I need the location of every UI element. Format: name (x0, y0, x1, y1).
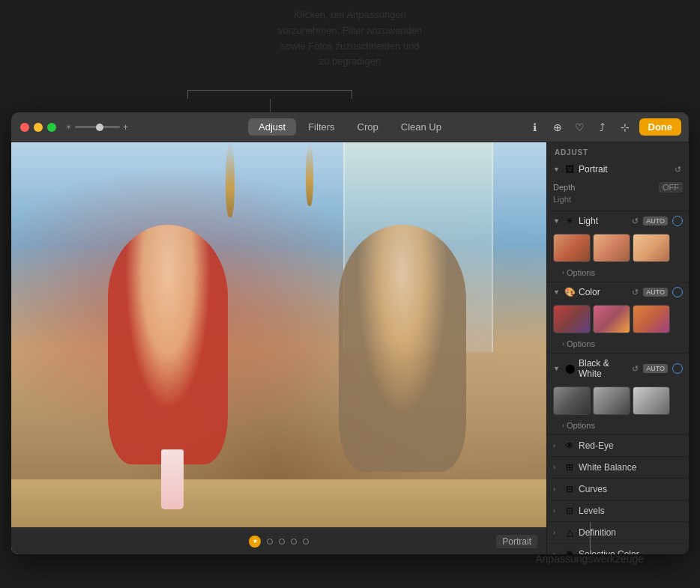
color-title: Color (579, 287, 629, 297)
color-thumb-2[interactable] (593, 305, 630, 333)
nav-dot-4[interactable] (291, 539, 297, 545)
portrait-title: Portrait (579, 164, 672, 175)
section-color-header[interactable]: ▼ 🎨 Color ↺ AUTO (547, 282, 689, 302)
row-whitebalance[interactable]: › ⊞ White Balance (547, 457, 689, 479)
row-curves[interactable]: › ⊟ Curves (547, 479, 689, 500)
done-button[interactable]: Done (639, 118, 682, 136)
bw-thumb-2[interactable] (593, 387, 630, 415)
light-options[interactable]: › Options (547, 267, 689, 282)
light-toggle[interactable] (672, 216, 683, 226)
section-bw-header[interactable]: ▼ ⬤ Black & White ↺ AUTO (547, 354, 689, 384)
row-definition[interactable]: › △ Definition (547, 522, 689, 544)
depth-value[interactable]: OFF (659, 182, 683, 193)
light-label: Light (553, 195, 571, 204)
right-panel: ADJUST ▼ 🖼 Portrait ↺ Depth OFF Light (546, 142, 689, 554)
wb-title: White Balance (579, 462, 683, 473)
more-icon[interactable]: ⊹ (617, 119, 633, 136)
light-reset-icon[interactable]: ↺ (632, 216, 639, 226)
bw-reset-icon[interactable]: ↺ (632, 364, 639, 374)
traffic-lights (20, 123, 56, 132)
tooltip-annotation: Klicken, um Anpassungen vorzunehmen, Fil… (0, 0, 700, 120)
chevron-definition: › (553, 529, 561, 536)
light-thumbnails (547, 231, 689, 267)
portrait-section-body: Depth OFF Light (547, 179, 689, 210)
section-light-header[interactable]: ▼ ✳ Light ↺ AUTO (547, 211, 689, 231)
pendant-light-1 (226, 142, 235, 217)
info-icon[interactable]: ℹ (527, 119, 543, 136)
maximize-button[interactable] (47, 123, 56, 132)
bw-thumb-3[interactable] (633, 387, 670, 415)
bw-thumbnails (547, 384, 689, 419)
chevron-levels: › (553, 507, 561, 515)
color-toggle[interactable] (672, 287, 683, 297)
depth-row: Depth OFF (553, 182, 683, 193)
light-auto-badge: AUTO (643, 216, 668, 225)
section-portrait-header[interactable]: ▼ 🖼 Portrait ↺ (547, 160, 689, 179)
light-row: Light (553, 195, 683, 204)
light-thumb-2[interactable] (593, 234, 630, 262)
color-reset-icon[interactable]: ↺ (632, 288, 639, 297)
depth-label: Depth (553, 183, 656, 192)
brightness-slider[interactable]: ☀ + (65, 122, 128, 133)
tab-crop[interactable]: Crop (347, 118, 389, 136)
content-area: ★ Portrait ADJUST ▼ 🖼 Portrait ↺ (11, 142, 689, 554)
figure-man (339, 225, 466, 472)
minimize-button[interactable] (34, 123, 43, 132)
chevron-portrait: ▼ (553, 166, 561, 173)
color-auto-badge: AUTO (643, 288, 668, 297)
share-icon[interactable]: ⤴ (594, 119, 611, 136)
close-button[interactable] (20, 123, 29, 132)
wb-icon: ⊞ (564, 462, 576, 473)
curves-title: Curves (579, 484, 683, 494)
color-options[interactable]: › Options (547, 338, 689, 353)
bottom-bar: ★ Portrait (11, 527, 546, 554)
color-thumb-3[interactable] (633, 305, 670, 333)
color-thumbnails (547, 302, 689, 338)
chevron-light: ▼ (553, 217, 561, 225)
light-thumb-3[interactable] (633, 234, 670, 262)
curves-icon: ⊟ (564, 484, 576, 494)
nav-dot-5[interactable] (303, 539, 309, 545)
tab-cleanup[interactable]: Clean Up (390, 118, 452, 136)
nav-dot-2[interactable] (267, 539, 273, 545)
bw-options-text: › Options (562, 421, 683, 430)
chevron-color: ▼ (553, 288, 561, 296)
portrait-reset-icon[interactable]: ↺ (675, 165, 681, 175)
options-chevron-color: › (562, 340, 564, 348)
light-options-text: › Options (562, 268, 683, 277)
bottom-annotation: Anpassungswerkzeuge (535, 552, 644, 566)
tab-group: Adjust Filters Crop Clean Up (248, 118, 452, 136)
bw-toggle[interactable] (672, 363, 683, 374)
milkshake (161, 449, 184, 509)
row-redeye[interactable]: › 👁 Red-Eye (547, 435, 689, 457)
annotation-line (590, 522, 591, 552)
tab-adjust[interactable]: Adjust (248, 118, 296, 136)
options-chevron-light: › (562, 269, 564, 276)
slider-thumb (96, 124, 103, 131)
light-thumb-1[interactable] (553, 234, 591, 262)
chevron-wb: › (553, 464, 561, 471)
bw-thumb-1[interactable] (553, 387, 591, 415)
figure-woman (108, 225, 228, 464)
portrait-icon: 🖼 (564, 164, 576, 175)
color-options-text: › Options (562, 339, 683, 348)
heart-icon[interactable]: ♡ (572, 119, 588, 136)
section-bw: ▼ ⬤ Black & White ↺ AUTO › Options (547, 354, 689, 435)
zoom-icon[interactable]: ⊕ (549, 119, 566, 136)
options-chevron-bw: › (562, 422, 564, 429)
star-dot[interactable]: ★ (249, 536, 261, 548)
section-color: ▼ 🎨 Color ↺ AUTO › Options (547, 282, 689, 354)
tooltip-text: Klicken, um Anpassungen vorzunehmen, Fil… (278, 7, 422, 70)
chevron-bw: ▼ (553, 365, 561, 372)
nav-dot-3[interactable] (279, 539, 285, 545)
slider-track (75, 126, 120, 128)
portrait-label-bottom[interactable]: Portrait (496, 535, 537, 548)
bottom-annotation-container: Anpassungswerkzeuge (11, 552, 689, 566)
definition-icon: △ (564, 527, 576, 538)
tab-filters[interactable]: Filters (298, 118, 345, 136)
bw-options[interactable]: › Options (547, 419, 689, 434)
color-thumb-1[interactable] (553, 305, 591, 333)
row-levels[interactable]: › ⊟ Levels (547, 500, 689, 522)
color-icon: 🎨 (564, 287, 576, 297)
levels-icon: ⊟ (564, 506, 576, 516)
